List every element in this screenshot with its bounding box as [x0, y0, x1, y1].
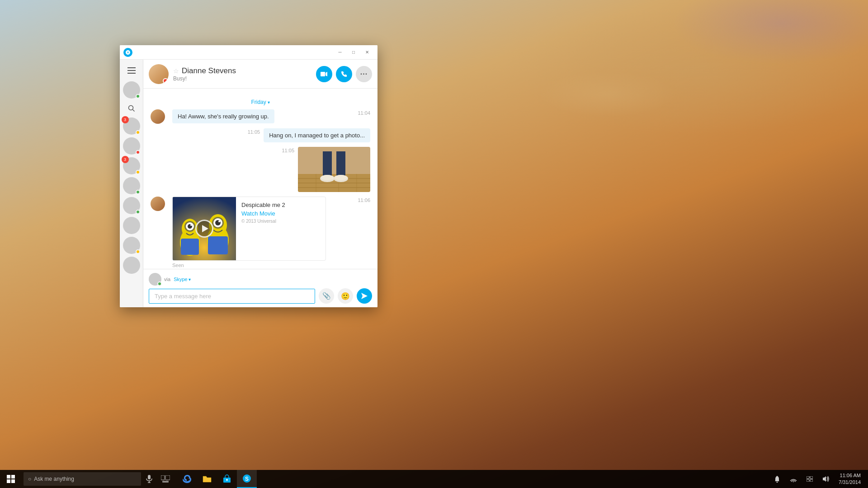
- contact-name-row: ☆ Dianne Stevens: [173, 66, 316, 75]
- taskbar-app-edge[interactable]: [177, 470, 197, 488]
- notification-button[interactable]: [770, 470, 784, 488]
- svg-rect-55: [807, 479, 809, 482]
- unread-badge-2: 3: [122, 156, 129, 163]
- taskbar-app-explorer[interactable]: [197, 470, 217, 488]
- chat-area: ☆ Dianne Stevens Busy!: [143, 60, 377, 307]
- chat-header: ☆ Dianne Stevens Busy!: [143, 60, 377, 89]
- minimize-button[interactable]: ─: [333, 47, 347, 58]
- message-input[interactable]: [149, 289, 315, 304]
- status-away: [136, 130, 140, 135]
- svg-rect-16: [336, 151, 345, 178]
- sidebar-contact-active[interactable]: [123, 81, 140, 99]
- contact-avatar-header: [149, 64, 169, 84]
- svg-rect-5: [321, 72, 325, 76]
- video-call-button[interactable]: [316, 66, 332, 82]
- svg-text:S: S: [245, 476, 249, 482]
- message-sender-avatar: [151, 109, 165, 124]
- svg-point-3: [128, 106, 133, 110]
- header-actions: ···: [316, 66, 372, 82]
- sidebar-contact-3[interactable]: 3: [123, 157, 140, 174]
- movie-time: 11:06: [358, 197, 370, 203]
- date-divider: Friday: [151, 98, 370, 106]
- svg-point-52: [793, 482, 794, 483]
- svg-rect-38: [11, 475, 15, 479]
- attachment-button[interactable]: 📎: [319, 288, 334, 304]
- emoji-button[interactable]: 🙂: [338, 288, 353, 304]
- movie-sender-avatar: [151, 197, 165, 211]
- svg-point-51: [776, 482, 778, 483]
- taskbar-app-store[interactable]: [217, 470, 237, 488]
- svg-point-20: [335, 175, 347, 180]
- movie-copyright: © 2013 Universal: [241, 219, 285, 224]
- taskbar-clock[interactable]: 11:06 AM 7/31/2014: [835, 472, 864, 486]
- task-view-button[interactable]: [157, 470, 174, 488]
- message-text-sent: Hang on, I managed to get a photo...: [269, 132, 365, 139]
- favorite-star-icon[interactable]: ☆: [173, 67, 179, 75]
- message-time-sent: 11:05: [248, 128, 260, 135]
- svg-rect-44: [161, 475, 165, 480]
- message-time: 11:04: [358, 109, 370, 116]
- svg-rect-40: [11, 479, 15, 483]
- more-options-button[interactable]: ···: [356, 66, 372, 82]
- message-row: Ha! Awww, she's really growing up. 11:04: [151, 109, 370, 124]
- sidebar-contact-5[interactable]: [123, 197, 140, 214]
- message-content: Ha! Awww, she's really growing up.: [172, 109, 354, 123]
- svg-rect-2: [127, 73, 136, 74]
- svg-point-48: [226, 479, 228, 481]
- close-button[interactable]: ✕: [360, 47, 374, 58]
- my-avatar: [149, 273, 161, 286]
- sidebar-contact-2[interactable]: [123, 137, 140, 155]
- svg-line-4: [132, 110, 134, 112]
- message-row-sent: 11:05 Hang on, I managed to get a photo.…: [151, 128, 370, 142]
- status-online-3: [136, 210, 140, 214]
- taskbar-search[interactable]: ○ Ask me anything: [24, 472, 141, 486]
- busy-status-dot: [163, 78, 168, 84]
- svg-rect-46: [162, 481, 169, 483]
- voice-call-button[interactable]: [336, 66, 352, 82]
- svg-rect-0: [127, 67, 136, 68]
- message-input-row: 📎 🙂: [149, 288, 372, 304]
- sidebar-contact-4[interactable]: [123, 177, 140, 194]
- svg-rect-37: [7, 475, 10, 479]
- movie-title: Despicable me 2: [241, 202, 285, 208]
- skype-window: ─ □ ✕: [120, 45, 377, 307]
- search-text: Ask me anything: [34, 476, 74, 482]
- status-online-2: [136, 190, 140, 194]
- taskbar-app-skype[interactable]: S: [237, 470, 257, 488]
- skype-body: 3 3: [120, 60, 377, 307]
- status-away-2: [136, 170, 140, 174]
- volume-icon[interactable]: [819, 470, 833, 488]
- sidebar-contact-1[interactable]: 3: [123, 117, 140, 135]
- status-busy: [136, 150, 140, 155]
- my-status-dot: [157, 282, 162, 286]
- date-label[interactable]: Friday: [251, 99, 269, 105]
- photo-attachment[interactable]: [298, 147, 370, 192]
- search-button[interactable]: [123, 101, 140, 116]
- sidebar-contact-8[interactable]: [123, 257, 140, 274]
- maximize-button[interactable]: □: [347, 47, 360, 58]
- network-icon[interactable]: [786, 470, 801, 488]
- unread-badge: 3: [122, 116, 129, 123]
- seen-label: Seen: [172, 263, 354, 268]
- minimize-windows-icon[interactable]: [802, 470, 817, 488]
- svg-marker-36: [361, 293, 368, 299]
- movie-info: Despicable me 2 Watch Movie © 2013 Unive…: [236, 197, 291, 228]
- cortana-button[interactable]: [141, 470, 157, 488]
- sidebar-contact-7[interactable]: [123, 237, 140, 254]
- message-text: Ha! Awww, she's really growing up.: [178, 113, 269, 120]
- via-skype-label: via Skype ▾: [164, 277, 191, 282]
- start-button[interactable]: [0, 470, 22, 488]
- taskbar-time: 11:06 AM: [840, 472, 861, 479]
- taskbar-apps: S: [177, 470, 257, 488]
- movie-message-row: Despicable me 2 Watch Movie © 2013 Unive…: [151, 197, 370, 268]
- sidebar-contact-6[interactable]: [123, 217, 140, 234]
- movie-thumbnail: [173, 197, 236, 260]
- svg-rect-56: [810, 479, 813, 482]
- watch-movie-link[interactable]: Watch Movie: [241, 210, 285, 217]
- send-button[interactable]: [357, 288, 372, 304]
- messages-container: Friday Ha! Awww, she's really growing up…: [143, 89, 377, 269]
- title-bar: ─ □ ✕: [120, 45, 377, 60]
- play-button[interactable]: [195, 220, 213, 238]
- menu-button[interactable]: [123, 63, 140, 78]
- taskbar: ○ Ask me anything: [0, 470, 868, 488]
